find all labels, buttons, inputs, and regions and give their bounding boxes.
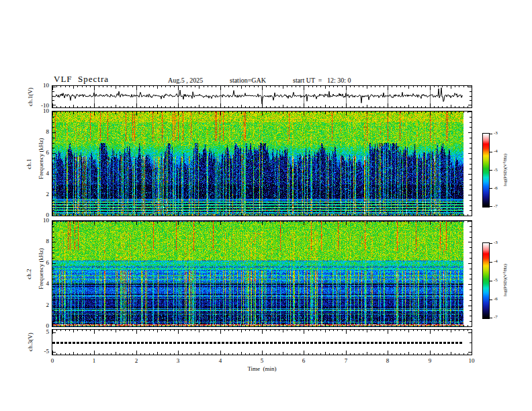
ch3-waveform-canvas bbox=[52, 330, 472, 355]
ch1-waveform-panel bbox=[52, 85, 472, 108]
xtick: 2 bbox=[135, 358, 138, 364]
xtick: 7 bbox=[345, 358, 348, 364]
cb2-tick-label: -6 bbox=[494, 297, 498, 302]
time-axis-label: Time (min) bbox=[247, 366, 276, 372]
ch3v-ytick-bottom: -5 bbox=[34, 349, 49, 355]
colorbar-tick bbox=[490, 281, 492, 281]
ch1-spectrogram-panel bbox=[52, 111, 472, 216]
ch1-spectrogram-canvas bbox=[52, 111, 472, 216]
ch2-spectrogram-panel bbox=[52, 220, 472, 327]
xtick: 4 bbox=[219, 358, 222, 364]
cb2-tick-label: -7 bbox=[494, 315, 498, 320]
colorbar-tick bbox=[490, 152, 492, 152]
spec2-ytick: 2 bbox=[34, 302, 49, 308]
ch3v-ytick-top: 5 bbox=[34, 329, 49, 335]
xtick: 0 bbox=[51, 358, 54, 364]
cb2-tick-label: -3 bbox=[494, 240, 498, 245]
cb1-tick-label: -7 bbox=[494, 204, 498, 209]
colorbar-1-canvas bbox=[483, 134, 489, 207]
xtick: 6 bbox=[302, 358, 306, 364]
ch3-waveform-panel bbox=[52, 329, 472, 355]
ch1-axis-channel: ch.1 bbox=[26, 158, 32, 169]
colorbar-tick bbox=[490, 300, 492, 300]
colorbar-tick bbox=[490, 243, 492, 244]
cb1-axis-label: log(PSD)(V²/Hz) bbox=[503, 154, 508, 186]
ch2-axis-channel: ch.2 bbox=[26, 269, 32, 279]
colorbar-tick bbox=[490, 318, 492, 318]
cb2-axis-label: log(PSD)(V²/Hz) bbox=[503, 264, 508, 296]
colorbar-tick bbox=[490, 262, 492, 263]
xtick: 1 bbox=[93, 358, 96, 364]
colorbar-2-canvas bbox=[483, 243, 489, 318]
spec2-ytick: 6 bbox=[34, 260, 49, 266]
vlf-spectra-figure: VLF Spectra Aug.5 , 2025 station=GAK sta… bbox=[0, 0, 532, 411]
colorbar-tick bbox=[490, 134, 492, 134]
ch2-spectrogram-canvas bbox=[52, 221, 472, 326]
spec2-ytick: 10 bbox=[34, 218, 49, 224]
cb1-tick-label: -5 bbox=[494, 168, 498, 173]
ch1-frequency-axis-label: ch.1 Frequency (kHz) bbox=[26, 138, 44, 190]
xtick: 10 bbox=[469, 358, 475, 364]
xtick: 5 bbox=[261, 358, 264, 364]
station-label: station=GAK bbox=[230, 77, 266, 84]
colorbar-tick bbox=[490, 170, 492, 171]
colorbar-1 bbox=[482, 133, 490, 208]
xtick: 9 bbox=[429, 358, 432, 364]
cb2-tick-label: -5 bbox=[494, 278, 498, 283]
start-ut-label: start UT = 12: 30: 0 bbox=[293, 77, 351, 84]
cb1-tick-label: -4 bbox=[494, 149, 498, 154]
ch1-voltage-axis-label: ch.1(V) bbox=[28, 87, 34, 106]
colorbar-tick bbox=[490, 206, 492, 207]
spec1-ytick: 6 bbox=[34, 150, 49, 156]
cb1-tick-label: -3 bbox=[494, 131, 498, 136]
colorbar-tick bbox=[490, 188, 492, 189]
spec1-ytick: 2 bbox=[34, 191, 49, 197]
spec1-ytick: 10 bbox=[34, 108, 49, 114]
colorbar-2 bbox=[482, 242, 490, 319]
xtick: 8 bbox=[386, 358, 390, 364]
spec1-ytick: 8 bbox=[34, 129, 49, 135]
xtick: 3 bbox=[177, 358, 180, 364]
page-title: VLF Spectra bbox=[54, 74, 109, 85]
ch2-frequency-axis-label: ch.2 Frequency (kHz) bbox=[26, 248, 44, 300]
spec2-ytick: 8 bbox=[34, 238, 49, 244]
ch1-waveform-canvas bbox=[52, 86, 472, 107]
spec1-ytick: 4 bbox=[34, 171, 49, 177]
cb2-tick-label: -4 bbox=[494, 259, 498, 264]
cb1-tick-label: -6 bbox=[494, 186, 498, 191]
ch1v-ytick-top: 10 bbox=[34, 83, 49, 89]
date-label: Aug.5 , 2025 bbox=[168, 77, 203, 84]
spec2-ytick: 4 bbox=[34, 281, 49, 287]
ch3-voltage-axis-label: ch.3(V) bbox=[28, 332, 34, 351]
